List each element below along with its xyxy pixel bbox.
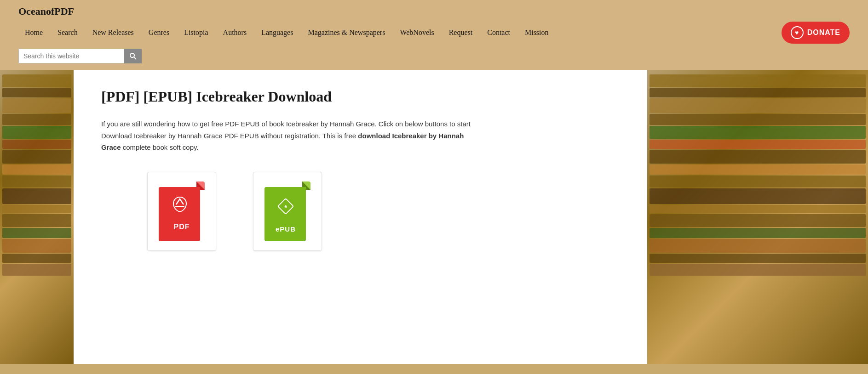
- site-header: OceanofPDF Home Search New Releases Genr…: [0, 0, 868, 44]
- description-text: If you are still wondering how to get fr…: [101, 118, 478, 153]
- nav-item-languages[interactable]: Languages: [255, 21, 299, 44]
- epub-diamond-symbol: e: [264, 196, 307, 220]
- search-submit-button[interactable]: [124, 49, 142, 63]
- donate-button[interactable]: ♥ DONATE: [782, 22, 850, 44]
- nav-item-webnovels[interactable]: WebNovels: [393, 21, 440, 44]
- download-area: PDF e ePUB: [101, 172, 620, 251]
- pdf-label: PDF: [159, 223, 205, 231]
- donate-label: DONATE: [807, 28, 840, 37]
- nav-item-request[interactable]: Request: [443, 21, 479, 44]
- site-title[interactable]: OceanofPDF: [18, 0, 850, 21]
- nav-item-contact[interactable]: Contact: [481, 21, 517, 44]
- svg-text:e: e: [284, 204, 287, 209]
- epub-label: ePUB: [264, 225, 307, 233]
- donate-heart-icon: ♥: [791, 26, 804, 39]
- svg-point-0: [130, 53, 134, 57]
- bg-books-left: [0, 70, 74, 364]
- page-wrapper: [PDF] [EPUB] Icebreaker Download If you …: [0, 70, 868, 364]
- page-title: [PDF] [EPUB] Icebreaker Download: [101, 88, 620, 105]
- book-spines-right: [647, 70, 868, 364]
- main-content: [PDF] [EPUB] Icebreaker Download If you …: [74, 70, 647, 364]
- pdf-acrobat-symbol: [159, 195, 201, 217]
- epub-icon: e ePUB: [264, 181, 310, 241]
- description-part2: complete book soft copy.: [121, 143, 199, 151]
- bg-books-right: [647, 70, 868, 364]
- main-nav: Home Search New Releases Genres Listopia…: [18, 21, 555, 44]
- nav-item-mission[interactable]: Mission: [518, 21, 555, 44]
- nav-items: Home Search New Releases Genres Listopia…: [18, 21, 555, 44]
- nav-item-search[interactable]: Search: [51, 21, 84, 44]
- pdf-download-card[interactable]: PDF: [147, 172, 216, 251]
- nav-item-home[interactable]: Home: [18, 21, 49, 44]
- nav-item-listopia[interactable]: Listopia: [178, 21, 214, 44]
- nav-item-genres[interactable]: Genres: [142, 21, 176, 44]
- nav-item-authors[interactable]: Authors: [217, 21, 253, 44]
- svg-line-1: [134, 57, 136, 59]
- pdf-icon: PDF: [159, 181, 205, 241]
- search-icon: [129, 52, 137, 60]
- search-input[interactable]: [18, 49, 124, 63]
- nav-item-magazines[interactable]: Magazines & Newspapers: [301, 21, 391, 44]
- search-bar-row: [0, 44, 868, 70]
- book-spines-left: [0, 70, 74, 364]
- epub-download-card[interactable]: e ePUB: [253, 172, 322, 251]
- nav-item-new-releases[interactable]: New Releases: [86, 21, 140, 44]
